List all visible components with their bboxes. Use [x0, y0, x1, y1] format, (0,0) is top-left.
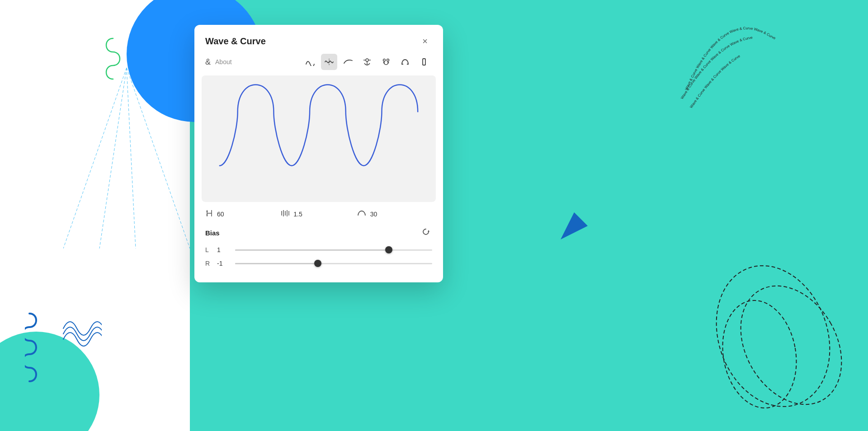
curve-value: 30 — [370, 211, 377, 218]
r-value: -1 — [217, 260, 230, 267]
density-control: 1.5 — [281, 209, 356, 219]
close-button[interactable]: × — [418, 34, 432, 48]
anchor-2-button[interactable] — [378, 54, 394, 70]
wave-svg — [202, 75, 436, 202]
r-slider-row: R -1 — [205, 260, 432, 267]
toolbar: & About — [194, 48, 443, 75]
l-slider-thumb[interactable] — [385, 246, 392, 253]
logo-icon: & — [205, 57, 211, 67]
svg-point-11 — [366, 59, 368, 61]
r-label: R — [205, 260, 212, 267]
bias-label: Bias — [205, 229, 220, 237]
wave-curve-dialog: Wave & Curve × & About — [194, 25, 443, 282]
about-label: About — [215, 58, 232, 66]
l-slider-fill — [235, 249, 389, 251]
svg-text:Wave & Curve Wave & Curve Wave: Wave & Curve Wave & Curve Wave & Curve W… — [680, 35, 753, 100]
svg-line-3 — [127, 68, 190, 248]
l-slider-track — [235, 249, 432, 251]
density-icon — [281, 209, 290, 219]
deco-dashed-lines — [63, 68, 190, 248]
wave-type-3-button[interactable] — [340, 54, 356, 70]
deco-ovals-right — [692, 246, 854, 417]
density-value: 1.5 — [293, 211, 302, 218]
curve-control: 30 — [357, 209, 432, 219]
deco-blue-shape — [556, 208, 592, 244]
height-control: 60 — [205, 209, 281, 219]
svg-text:Wave & Curve Wave & Curve Wave: Wave & Curve Wave & Curve Wave & Curve — [689, 54, 741, 109]
bias-section: Bias L 1 R -1 — [194, 226, 443, 282]
anchor-1-button[interactable] — [359, 54, 375, 70]
svg-line-0 — [63, 68, 127, 248]
svg-line-2 — [127, 68, 136, 248]
deco-wave-small — [61, 320, 102, 347]
r-slider-fill — [235, 263, 318, 264]
bias-reset-button[interactable] — [420, 226, 432, 239]
bracket-button[interactable] — [416, 54, 432, 70]
svg-point-16 — [387, 59, 389, 61]
omega-button[interactable] — [397, 54, 413, 70]
svg-text:Wave & Curve Wave & Curve Wave: Wave & Curve Wave & Curve Wave & Curve W… — [684, 26, 777, 91]
svg-marker-37 — [428, 230, 429, 232]
svg-point-15 — [383, 59, 386, 61]
curve-icon — [357, 209, 367, 219]
l-slider-row: L 1 — [205, 246, 432, 253]
wave-type-1-button[interactable] — [302, 54, 318, 70]
deco-curve-text: Wave & Curve Wave & Curve Wave & Curve W… — [678, 0, 868, 113]
r-slider-thumb[interactable] — [314, 260, 321, 267]
wave-type-2-button[interactable] — [321, 54, 337, 70]
dialog-titlebar: Wave & Curve × — [194, 25, 443, 48]
svg-marker-31 — [206, 215, 208, 216]
l-label: L — [205, 246, 212, 253]
wave-preview — [202, 75, 436, 202]
height-icon — [205, 209, 213, 219]
height-value: 60 — [217, 211, 224, 218]
svg-line-1 — [99, 68, 127, 248]
controls-row: 60 1.5 30 — [194, 202, 443, 226]
svg-point-7 — [698, 250, 849, 417]
r-slider-track — [235, 263, 432, 264]
bias-header: Bias — [205, 226, 432, 239]
svg-point-9 — [714, 295, 804, 414]
svg-marker-30 — [206, 211, 208, 212]
dialog-title: Wave & Curve — [205, 36, 266, 47]
l-value: 1 — [217, 246, 230, 253]
